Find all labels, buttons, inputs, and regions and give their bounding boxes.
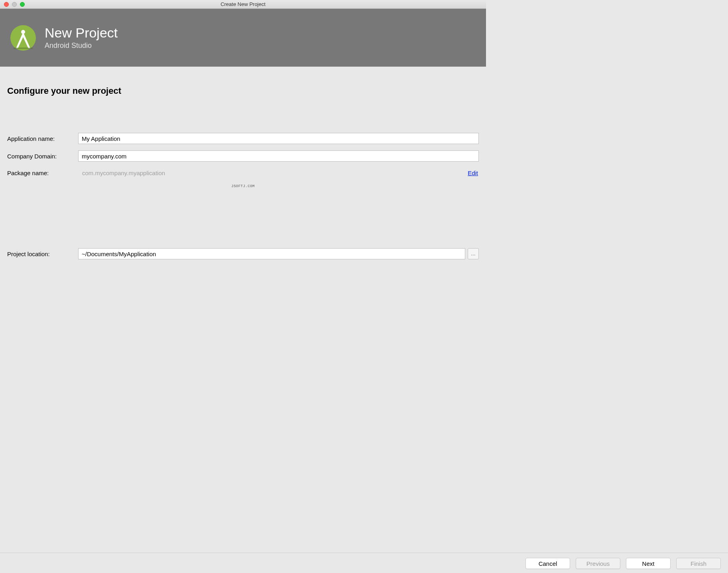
row-application-name: Application name: [7, 133, 479, 144]
banner-text: New Project Android Studio [45, 26, 118, 49]
svg-point-0 [10, 25, 36, 51]
banner-title: New Project [45, 26, 118, 40]
minimize-icon [12, 2, 17, 7]
watermark-text: JSOFTJ.COM [7, 184, 479, 188]
banner-subtitle: Android Studio [45, 41, 118, 50]
svg-rect-2 [14, 47, 33, 49]
window-controls [0, 2, 25, 7]
value-package-name: com.mycompany.myapplication [78, 168, 468, 178]
close-icon[interactable] [4, 2, 9, 7]
edit-package-link[interactable]: Edit [468, 170, 479, 176]
label-company-domain: Company Domain: [7, 153, 78, 160]
label-application-name: Application name: [7, 135, 78, 142]
row-package-name: Package name: com.mycompany.myapplicatio… [7, 168, 479, 178]
titlebar: Create New Project [0, 0, 486, 9]
browse-button[interactable]: … [468, 248, 479, 259]
header-banner: New Project Android Studio [0, 9, 486, 67]
input-company-domain[interactable] [78, 150, 479, 162]
row-company-domain: Company Domain: [7, 150, 479, 162]
ellipsis-icon: … [471, 251, 476, 257]
wizard-content: Configure your new project Application n… [0, 67, 486, 259]
android-studio-icon [9, 24, 37, 52]
maximize-icon[interactable] [20, 2, 25, 7]
label-project-location: Project location: [7, 251, 78, 257]
label-package-name: Package name: [7, 170, 78, 176]
input-project-location[interactable] [78, 248, 465, 259]
row-project-location: Project location: … [7, 248, 479, 259]
section-heading: Configure your new project [7, 86, 479, 96]
input-application-name[interactable] [78, 133, 479, 144]
window-title: Create New Project [0, 1, 486, 7]
